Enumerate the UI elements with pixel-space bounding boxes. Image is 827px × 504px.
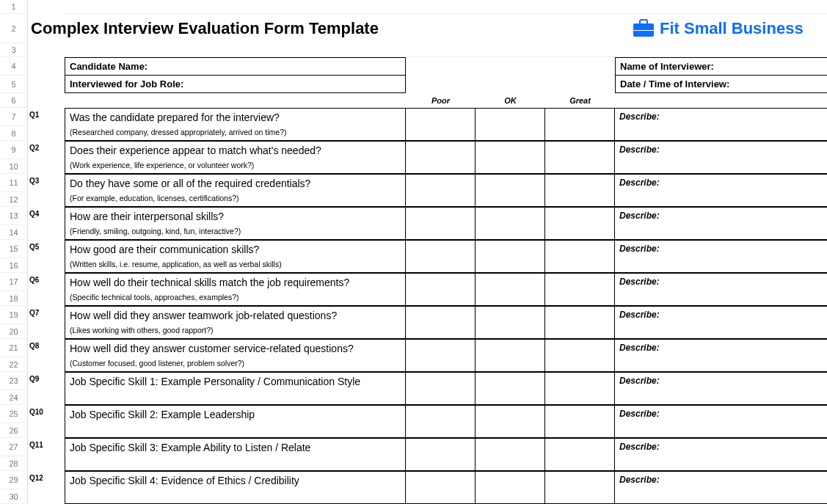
describe-cell[interactable]: Describe:: [615, 141, 827, 174]
row-header: 8: [0, 126, 28, 141]
rating-cell-poor[interactable]: [406, 108, 476, 141]
question-number: Q9: [28, 372, 65, 390]
describe-cell[interactable]: Describe:: [615, 108, 827, 141]
skill-text: Job Specific Skill 3: Example Ability to…: [65, 438, 406, 456]
skill-text: Job Specific Skill 4: Evidence of Ethics…: [65, 471, 406, 489]
describe-cell[interactable]: Describe:: [615, 372, 827, 405]
row-header: 1: [0, 0, 28, 14]
row-header: 29: [0, 471, 28, 489]
question-number: Q6: [28, 273, 65, 291]
briefcase-icon: [633, 21, 654, 37]
rating-cell-great[interactable]: [545, 141, 615, 174]
row-header: 3: [0, 43, 28, 57]
question-number: Q10: [28, 405, 65, 423]
skill-blank-row: [65, 489, 406, 504]
job-role-field[interactable]: Interviewed for Job Role:: [65, 76, 406, 93]
rating-cell-great[interactable]: [545, 405, 615, 438]
rating-header-great: Great: [545, 93, 615, 108]
describe-cell[interactable]: Describe:: [615, 339, 827, 372]
rating-cell-ok[interactable]: [476, 372, 545, 405]
describe-cell[interactable]: Describe:: [615, 306, 827, 339]
rating-header-poor: Poor: [406, 93, 476, 108]
rating-cell-ok[interactable]: [476, 108, 545, 141]
rating-cell-poor[interactable]: [406, 471, 476, 504]
rating-cell-poor[interactable]: [406, 207, 476, 240]
question-number: Q4: [28, 207, 65, 225]
question-text: Does their experience appear to match wh…: [65, 141, 406, 159]
rating-cell-ok[interactable]: [476, 405, 545, 438]
rating-cell-poor[interactable]: [406, 273, 476, 306]
row-header: 2: [0, 14, 28, 43]
rating-cell-great[interactable]: [545, 108, 615, 141]
rating-cell-poor[interactable]: [406, 438, 476, 471]
question-text: How well did they answer customer servic…: [65, 339, 406, 357]
row-header: 25: [0, 405, 28, 423]
describe-cell[interactable]: Describe:: [615, 405, 827, 438]
row-header: 21: [0, 339, 28, 357]
page-title: Complex Interview Evaluation Form Templa…: [28, 14, 406, 43]
rating-cell-poor[interactable]: [406, 405, 476, 438]
describe-cell[interactable]: Describe:: [615, 438, 827, 471]
rating-header-ok: OK: [476, 93, 545, 108]
describe-cell[interactable]: Describe:: [615, 273, 827, 306]
rating-cell-great[interactable]: [545, 438, 615, 471]
row-header: 24: [0, 390, 28, 405]
question-number: Q1: [28, 108, 65, 126]
rating-cell-poor[interactable]: [406, 372, 476, 405]
question-hint: (Written skills, i.e. resume, applicatio…: [65, 258, 406, 273]
datetime-field[interactable]: Date / Time of Interview:: [615, 76, 827, 93]
question-hint: (Work experience, life experience, or vo…: [65, 159, 406, 174]
candidate-name-field[interactable]: Candidate Name:: [65, 57, 406, 76]
spreadsheet-grid: 12Complex Interview Evaluation Form Temp…: [0, 0, 827, 504]
row-header: 15: [0, 240, 28, 258]
describe-cell[interactable]: Describe:: [615, 471, 827, 504]
rating-cell-poor[interactable]: [406, 141, 476, 174]
row-header: 16: [0, 258, 28, 273]
skill-text: Job Specific Skill 1: Example Personalit…: [65, 372, 406, 390]
rating-cell-great[interactable]: [545, 207, 615, 240]
rating-cell-ok[interactable]: [476, 471, 545, 504]
question-number: Q11: [28, 438, 65, 456]
describe-cell[interactable]: Describe:: [615, 207, 827, 240]
interviewer-name-field[interactable]: Name of Interviewer:: [615, 57, 827, 76]
row-header: 6: [0, 93, 28, 108]
row-header: 10: [0, 159, 28, 174]
row-header: 20: [0, 324, 28, 339]
row-header: 5: [0, 76, 28, 93]
logo-text: Fit Small Business: [660, 19, 804, 38]
describe-cell[interactable]: Describe:: [615, 240, 827, 273]
row-header: 19: [0, 306, 28, 324]
skill-blank-row: [65, 423, 406, 438]
row-header: 4: [0, 57, 28, 76]
rating-cell-ok[interactable]: [476, 273, 545, 306]
describe-cell[interactable]: Describe:: [615, 174, 827, 207]
rating-cell-poor[interactable]: [406, 240, 476, 273]
rating-cell-ok[interactable]: [476, 339, 545, 372]
rating-cell-ok[interactable]: [476, 174, 545, 207]
row-header: 14: [0, 225, 28, 240]
rating-cell-poor[interactable]: [406, 306, 476, 339]
rating-cell-great[interactable]: [545, 174, 615, 207]
row-header: 12: [0, 192, 28, 207]
rating-cell-ok[interactable]: [476, 207, 545, 240]
question-hint: (For example, education, licenses, certi…: [65, 192, 406, 207]
question-text: How good are their communication skills?: [65, 240, 406, 258]
rating-cell-ok[interactable]: [476, 438, 545, 471]
row-header: 22: [0, 357, 28, 372]
rating-cell-great[interactable]: [545, 273, 615, 306]
question-text: How are their interpersonal skills?: [65, 207, 406, 225]
rating-cell-great[interactable]: [545, 240, 615, 273]
rating-cell-poor[interactable]: [406, 339, 476, 372]
question-number: Q2: [28, 141, 65, 159]
skill-blank-row: [65, 390, 406, 405]
rating-cell-ok[interactable]: [476, 240, 545, 273]
rating-cell-great[interactable]: [545, 339, 615, 372]
rating-cell-ok[interactable]: [476, 141, 545, 174]
rating-cell-poor[interactable]: [406, 174, 476, 207]
rating-cell-ok[interactable]: [476, 306, 545, 339]
rating-cell-great[interactable]: [545, 471, 615, 504]
question-number: Q12: [28, 471, 65, 489]
question-number: Q8: [28, 339, 65, 357]
rating-cell-great[interactable]: [545, 306, 615, 339]
rating-cell-great[interactable]: [545, 372, 615, 405]
